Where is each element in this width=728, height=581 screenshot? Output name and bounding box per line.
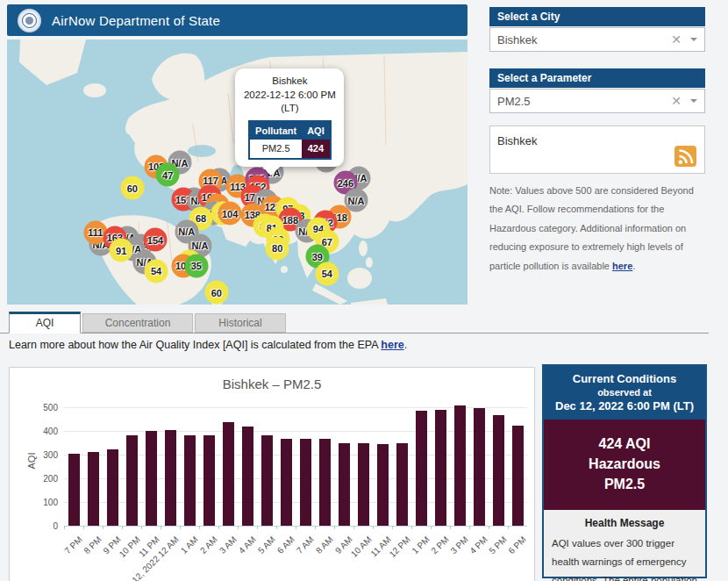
health-message-body: AQI values over 300 trigger health warni…: [552, 534, 697, 581]
x-tick: [161, 526, 161, 529]
chart-bar[interactable]: [339, 443, 350, 526]
x-tick: [489, 526, 489, 529]
app-title: AirNow Department of State: [52, 13, 220, 28]
x-tick: [373, 526, 374, 529]
aqi-marker[interactable]: 104: [218, 202, 242, 226]
chart-bar[interactable]: [223, 422, 234, 526]
chart-bar[interactable]: [203, 435, 215, 526]
bar-slot: [238, 407, 257, 526]
x-tick: [411, 526, 412, 529]
chart-bar[interactable]: [493, 415, 504, 526]
aqi-marker[interactable]: 154: [144, 228, 168, 252]
chart-bar[interactable]: [454, 405, 466, 526]
bar-slot: [315, 407, 334, 526]
city-select-wrap: Bishkek ✕: [489, 27, 705, 52]
bar-slot: [469, 407, 489, 526]
x-tick: [218, 526, 219, 529]
x-tick-label: 4 AM: [237, 534, 258, 556]
aqi-value: 424 AQI: [547, 434, 702, 454]
chart-bars: [64, 407, 527, 526]
current-conditions-title: Current Conditions: [547, 372, 702, 385]
note-here-link[interactable]: here: [612, 261, 632, 271]
epa-here-link[interactable]: here: [381, 339, 403, 351]
x-tick-label: 2 PM: [429, 534, 450, 556]
aqi-marker[interactable]: 47: [156, 163, 180, 187]
chart-bar[interactable]: [319, 439, 331, 526]
chart-bar[interactable]: [435, 410, 446, 526]
aqi-marker[interactable]: 80: [266, 236, 289, 260]
clear-city-icon[interactable]: ✕: [671, 32, 682, 47]
chart-bar[interactable]: [146, 431, 157, 526]
aqi-marker[interactable]: 35: [184, 254, 208, 277]
chart-bar[interactable]: [261, 435, 273, 526]
aqi-marker[interactable]: 60: [204, 281, 228, 305]
x-tick-label: 3 AM: [218, 534, 239, 556]
map-popup: Bishkek 2022-12-12 6:00 PM (LT) Pollutan…: [235, 68, 344, 167]
chart-bar[interactable]: [377, 444, 389, 526]
aqi-chart: Bishkek – PM2.5 AQI 0100200300400500 7 P…: [9, 367, 535, 581]
aqi-marker[interactable]: 54: [145, 259, 168, 283]
chart-bar[interactable]: [68, 454, 80, 526]
x-tick: [180, 526, 181, 529]
parameter-select[interactable]: PM2.5 ✕: [489, 89, 705, 113]
city-select-section: Select a City: [489, 7, 705, 26]
current-conditions-header: Current Conditions observed at Dec 12, 2…: [544, 366, 705, 420]
tab-concentration[interactable]: Concentration: [82, 313, 193, 333]
chart-bar[interactable]: [165, 430, 176, 526]
learn-more-prefix: Learn more about how the Air Quality Ind…: [9, 339, 381, 351]
bar-slot: [392, 407, 411, 526]
bar-slot: [334, 407, 353, 526]
chevron-down-icon[interactable]: [690, 38, 697, 45]
x-tick: [83, 526, 84, 529]
bar-slot: [180, 407, 199, 526]
chart-bar[interactable]: [126, 435, 138, 526]
tab-historical[interactable]: Historical: [195, 313, 286, 333]
bar-slot: [141, 407, 161, 526]
city-select[interactable]: Bishkek ✕: [489, 27, 705, 52]
aqi-marker[interactable]: 54: [315, 262, 339, 285]
feed-title: Bishkek: [497, 134, 538, 147]
chart-bar[interactable]: [396, 443, 408, 526]
x-tick: [334, 526, 335, 529]
popup-table: Pollutant AQI PM2.5 424: [248, 120, 332, 161]
x-tick-label: 10 PM: [118, 534, 142, 559]
chart-bar[interactable]: [358, 443, 369, 526]
clear-parameter-icon[interactable]: ✕: [671, 94, 682, 108]
bar-slot: [161, 407, 180, 526]
x-tick: [450, 526, 451, 529]
chart-bar[interactable]: [281, 439, 292, 526]
x-tick: [103, 526, 103, 529]
aqi-summary: 424 AQI Hazardous PM2.5: [544, 420, 705, 510]
chart-bar[interactable]: [474, 408, 485, 526]
chart-bar[interactable]: [242, 427, 253, 526]
aqi-marker[interactable]: 91: [110, 239, 133, 262]
map[interactable]: N/A1024760N/A117N/A151N/A163121N/A961046…: [7, 39, 467, 305]
aqi-pollutant: PM2.5: [547, 474, 702, 494]
chart-bar[interactable]: [88, 452, 99, 526]
rss-icon[interactable]: [674, 146, 696, 167]
popup-datetime: 2022-12-12 6:00 PM: [239, 89, 340, 103]
x-tick: [64, 526, 65, 529]
x-tick: [392, 526, 393, 529]
parameter-select-header: Select a Parameter: [489, 68, 705, 88]
aqi-marker[interactable]: 60: [120, 176, 144, 200]
bar-slot: [489, 407, 508, 526]
aqi-category: Hazardous: [547, 454, 702, 474]
popup-timezone: (LT): [239, 102, 340, 116]
chart-bar[interactable]: [107, 449, 118, 526]
chart-bar[interactable]: [512, 426, 524, 526]
popup-pollutant-value: PM2.5: [249, 140, 302, 159]
learn-more-period: .: [404, 339, 407, 351]
chart-bar[interactable]: [416, 411, 427, 526]
chart-bar[interactable]: [300, 439, 311, 526]
chevron-down-icon[interactable]: [690, 99, 697, 106]
chart-bar[interactable]: [184, 435, 196, 526]
x-tick: [315, 526, 316, 529]
dos-seal-icon: [18, 9, 41, 32]
popup-aqi-value: 424: [302, 140, 331, 159]
tab-aqi[interactable]: AQI: [9, 312, 81, 334]
x-tick-label: 4 PM: [467, 534, 489, 556]
city-select-header: Select a City: [489, 7, 705, 26]
bar-slot: [122, 407, 141, 526]
bar-slot: [296, 407, 315, 526]
